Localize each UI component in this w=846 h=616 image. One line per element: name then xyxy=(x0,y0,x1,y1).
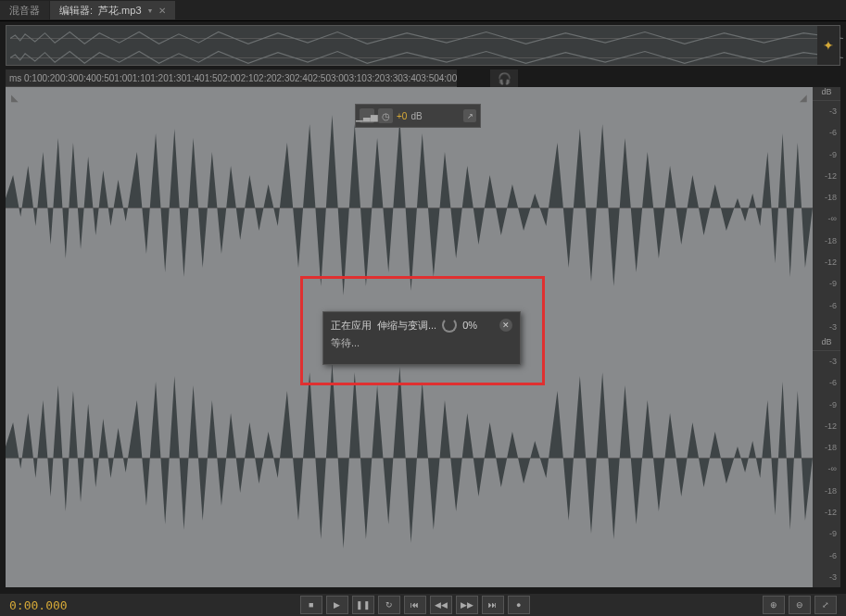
skip-back-button[interactable]: ⏮ xyxy=(404,596,426,614)
db-mark: -6 xyxy=(813,301,837,310)
db-mark: -3 xyxy=(813,322,837,332)
db-mark: -∞ xyxy=(813,214,837,223)
tab-bar: 混音器 编辑器: 芦花.mp3 ▼ ✕ xyxy=(0,0,846,21)
progress-dialog: 正在应用 伸缩与变调... 0% ✕ 等待... xyxy=(322,311,521,365)
db-mark: -18 xyxy=(813,486,837,496)
ruler-unit: ms xyxy=(6,73,24,83)
tab-editor-prefix: 编辑器: xyxy=(59,4,93,18)
db-mark: -3 xyxy=(813,572,837,582)
db-label: dB xyxy=(813,87,840,101)
channel-right xyxy=(6,337,813,578)
ruler-mark: 1:20 xyxy=(150,73,168,83)
ruler-mark: 4:00 xyxy=(439,73,457,83)
db-label: dB xyxy=(813,337,840,351)
db-mark: -9 xyxy=(813,529,837,538)
ruler-mark: 3:40 xyxy=(403,73,421,83)
dialog-text-effect: 伸缩与变调... xyxy=(377,319,436,333)
time-ruler[interactable]: ms 0:100:200:300:400:501:001:101:201:301… xyxy=(6,69,457,87)
volume-bars-icon: ▁▃▅ xyxy=(360,108,374,123)
ruler-mark: 3:20 xyxy=(367,73,385,83)
db-mark: -6 xyxy=(813,378,837,387)
skip-fwd-button[interactable]: ⏭ xyxy=(482,596,504,614)
overview-svg xyxy=(10,29,843,68)
play-button[interactable]: ▶ xyxy=(326,596,348,614)
db-mark: -12 xyxy=(813,421,837,431)
pin-icon[interactable]: ↗ xyxy=(463,109,476,122)
ruler-mark: 2:50 xyxy=(313,73,331,83)
db-mark: -6 xyxy=(813,551,837,560)
db-mark: -9 xyxy=(813,150,837,159)
record-button[interactable]: ● xyxy=(508,596,530,614)
ruler-mark: 3:00 xyxy=(331,73,348,83)
ruler-mark: 1:40 xyxy=(186,73,204,83)
timecode: 0:00.000 xyxy=(9,598,68,612)
level-hud[interactable]: ▁▃▅ ◷ +0 dB ↗ xyxy=(355,104,481,128)
db-mark: -12 xyxy=(813,508,837,517)
transport-bar: 0:00.000 ■ ▶ ❚❚ ↻ ⏮ ◀◀ ▶▶ ⏭ ● ⊕ ⊖ ⤢ xyxy=(0,594,846,616)
close-tab-icon[interactable]: ✕ xyxy=(158,6,166,16)
dialog-percent: 0% xyxy=(462,320,477,331)
hud-unit: dB xyxy=(410,111,422,121)
ruler-mark: 1:00 xyxy=(114,73,132,83)
db-mark: -18 xyxy=(813,236,837,245)
db-mark: -3 xyxy=(813,357,837,366)
loop-button[interactable]: ↻ xyxy=(378,596,400,614)
tab-mixer[interactable]: 混音器 xyxy=(0,1,49,19)
ruler-mark: 0:50 xyxy=(96,73,114,83)
rewind-button[interactable]: ◀◀ xyxy=(430,596,452,614)
db-mark: -9 xyxy=(813,400,837,409)
ruler-mark: 1:50 xyxy=(205,73,222,83)
overview-side-button[interactable]: ✦ xyxy=(817,26,840,65)
db-mark: -3 xyxy=(813,107,837,116)
tab-editor-filename: 芦花.mp3 xyxy=(98,4,141,18)
db-mark: -12 xyxy=(813,171,837,181)
waveform-editor[interactable]: ◣ ◢ ▁▃▅ ◷ +0 dB ↗ 正在应用 伸缩与变调... xyxy=(6,87,813,587)
tab-editor[interactable]: 编辑器: 芦花.mp3 ▼ ✕ xyxy=(50,1,175,19)
db-mark: -18 xyxy=(813,193,837,202)
expand-right-icon[interactable]: ◢ xyxy=(800,93,807,103)
ruler-mark: 0:30 xyxy=(60,73,78,83)
ruler-mark: 3:10 xyxy=(348,73,366,83)
overview-waveform[interactable]: ✦ xyxy=(6,25,840,66)
forward-button[interactable]: ▶▶ xyxy=(456,596,478,614)
ruler-mark: 2:30 xyxy=(277,73,295,83)
dialog-close-button[interactable]: ✕ xyxy=(499,319,512,332)
dropdown-icon[interactable]: ▼ xyxy=(147,7,154,14)
ruler-mark: 2:20 xyxy=(259,73,276,83)
zoom-fit-button[interactable]: ⤢ xyxy=(814,596,837,614)
hud-value: +0 xyxy=(397,111,407,121)
pause-button[interactable]: ❚❚ xyxy=(352,596,374,614)
zoom-in-button[interactable]: ⊕ xyxy=(763,596,785,614)
ruler-mark: 0:20 xyxy=(42,73,59,83)
ruler-side-button[interactable]: 🎧 xyxy=(490,69,518,87)
db-mark: -18 xyxy=(813,443,837,452)
headphones-icon: 🎧 xyxy=(498,72,511,85)
spinner-icon xyxy=(442,318,457,333)
ruler-mark: 1:10 xyxy=(133,73,150,83)
db-mark: -12 xyxy=(813,258,837,267)
stop-button[interactable]: ■ xyxy=(300,596,322,614)
dialog-text-prefix: 正在应用 xyxy=(331,319,372,333)
ruler-mark: 2:00 xyxy=(222,73,240,83)
ruler-mark: 2:40 xyxy=(295,73,312,83)
ruler-mark: 3:30 xyxy=(385,73,402,83)
db-mark: -∞ xyxy=(813,464,837,473)
ruler-mark: 0:10 xyxy=(24,73,42,83)
db-scale-left-channel: dB -3-6-9-12-18-∞-18-12-9-6-3 dB -3-6-9-… xyxy=(813,87,840,587)
ruler-mark: 2:10 xyxy=(241,73,259,83)
ruler-mark: 0:40 xyxy=(78,73,95,83)
db-mark: -9 xyxy=(813,279,837,288)
dialog-status: 等待... xyxy=(331,336,512,350)
zoom-out-button[interactable]: ⊖ xyxy=(789,596,811,614)
clock-icon: ◷ xyxy=(378,108,393,123)
ruler-mark: 3:50 xyxy=(421,73,438,83)
expand-left-icon[interactable]: ◣ xyxy=(11,93,19,103)
db-mark: -6 xyxy=(813,128,837,137)
star-icon: ✦ xyxy=(823,38,834,53)
ruler-mark: 1:30 xyxy=(169,73,186,83)
